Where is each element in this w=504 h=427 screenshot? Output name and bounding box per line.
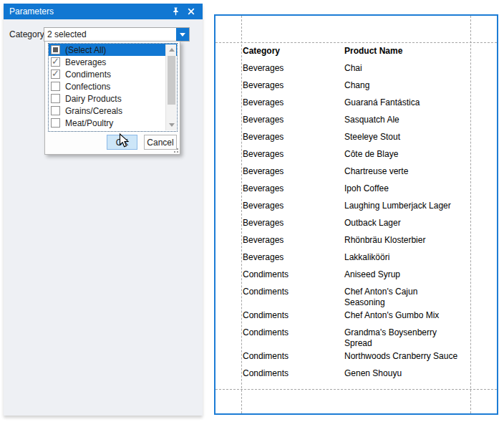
combobox-value: 2 selected: [44, 28, 176, 41]
category-cell: Beverages: [243, 235, 344, 246]
dropdown-button-row: OK Cancel: [45, 130, 180, 154]
close-icon[interactable]: [185, 6, 197, 17]
category-cell: Beverages: [243, 201, 344, 211]
checkbox-icon[interactable]: [51, 82, 60, 91]
category-cell: Beverages: [243, 80, 344, 91]
category-cell: Beverages: [243, 166, 344, 177]
product-cell: Chef Anton's Gumbo Mix: [344, 310, 473, 321]
scroll-down-icon[interactable]: [166, 120, 177, 130]
category-cell: Condiments: [243, 287, 344, 297]
product-cell: Grandma's Boysenberry Spread: [344, 327, 473, 349]
category-cell: Beverages: [243, 132, 344, 143]
report-table: Category Product Name Beverages Chai Bev…: [243, 44, 473, 383]
column-header-product: Product Name: [344, 46, 473, 57]
category-cell: Beverages: [243, 97, 344, 108]
list-item-label: Grains/Cereals: [65, 106, 122, 116]
list-item[interactable]: Beverages: [49, 56, 177, 68]
table-row: Condiments Northwoods Cranberry Sauce: [243, 349, 473, 366]
list-item[interactable]: (Select All): [49, 44, 177, 56]
list-item[interactable]: Grains/Cereals: [49, 105, 177, 117]
category-cell: Condiments: [243, 327, 344, 338]
list-item[interactable]: Condiments: [49, 68, 177, 80]
table-row: Condiments Chef Anton's Gumbo Mix: [243, 308, 473, 325]
product-cell: Laughing Lumberjack Lager: [344, 201, 473, 211]
category-cell: Beverages: [243, 218, 344, 229]
panel-titlebar: Parameters: [4, 4, 203, 19]
table-row: Beverages Laughing Lumberjack Lager: [243, 198, 473, 216]
combobox-dropdown-button[interactable]: [176, 28, 189, 41]
table-row: Condiments Grandma's Boysenberry Spread: [243, 325, 473, 349]
column-header-category: Category: [243, 46, 344, 57]
table-row: Beverages Rhönbräu Klosterbier: [243, 233, 473, 250]
report-page: Category Product Name Beverages Chai Bev…: [214, 14, 498, 415]
product-cell: Outback Lager: [344, 218, 473, 229]
table-row: Beverages Lakkalikööri: [243, 250, 473, 267]
list-item-label: Meat/Poultry: [65, 118, 113, 128]
list-item-label: Condiments: [65, 69, 111, 80]
category-combobox[interactable]: 2 selected: [44, 27, 190, 42]
list-item[interactable]: Dairy Products: [49, 92, 177, 105]
product-cell: Chang: [344, 80, 473, 91]
category-dropdown-popup: (Select All) Beverages Condiments Confec…: [44, 41, 180, 155]
category-cell: Condiments: [243, 351, 344, 362]
checkbox-icon[interactable]: [51, 45, 60, 54]
product-cell: Steeleye Stout: [344, 132, 473, 143]
table-row: Beverages Chai: [243, 61, 473, 78]
category-cell: Condiments: [243, 368, 344, 379]
parameter-row: Category 2 selected: [9, 27, 203, 42]
margin-line-bottom: [215, 389, 497, 390]
panel-title: Parameters: [9, 6, 165, 16]
category-cell: Beverages: [243, 252, 344, 263]
product-cell: Chef Anton's Cajun Seasoning: [344, 287, 473, 308]
table-row: Condiments Chef Anton's Cajun Seasoning: [243, 284, 473, 308]
pin-icon[interactable]: [170, 6, 181, 17]
product-cell: Lakkalikööri: [344, 252, 473, 263]
checkbox-icon[interactable]: [51, 69, 60, 79]
category-cell: Condiments: [243, 269, 344, 280]
category-cell: Beverages: [243, 115, 344, 125]
scrollbar-thumb[interactable]: [168, 56, 175, 105]
list-item-label: Beverages: [65, 57, 106, 67]
product-cell: Rhönbräu Klosterbier: [344, 235, 473, 246]
margin-line-top: [215, 42, 497, 43]
checkbox-icon[interactable]: [51, 94, 60, 103]
product-cell: Sasquatch Ale: [344, 115, 473, 125]
table-row: Beverages Outback Lager: [243, 216, 473, 233]
category-cell: Beverages: [243, 149, 344, 160]
list-item-label: (Select All): [65, 45, 106, 55]
margin-line-left: [241, 16, 242, 413]
table-row: Beverages Ipoh Coffee: [243, 181, 473, 198]
table-row: Beverages Chang: [243, 78, 473, 95]
scrollbar[interactable]: [165, 44, 176, 130]
table-row: Condiments Genen Shouyu: [243, 366, 473, 383]
table-row: Beverages Sasquatch Ale: [243, 112, 473, 130]
category-cell: Beverages: [243, 63, 344, 74]
category-checklist: (Select All) Beverages Condiments Confec…: [48, 43, 178, 132]
table-row: Beverages Côte de Blaye: [243, 147, 473, 164]
checkbox-icon[interactable]: [51, 106, 60, 115]
category-cell: Beverages: [243, 183, 344, 194]
table-row: Beverages Chartreuse verte: [243, 164, 473, 181]
checkbox-icon[interactable]: [51, 57, 60, 67]
table-header-row: Category Product Name: [243, 44, 473, 61]
table-row: Beverages Guaraná Fantástica: [243, 95, 473, 112]
product-cell: Aniseed Syrup: [344, 269, 473, 280]
product-cell: Genen Shouyu: [344, 368, 473, 379]
list-item-label: Dairy Products: [65, 94, 122, 104]
ok-button[interactable]: OK: [107, 135, 137, 150]
table-row: Condiments Aniseed Syrup: [243, 267, 473, 284]
list-item[interactable]: Confections: [49, 80, 177, 92]
chevron-down-icon: [180, 33, 185, 37]
table-body: Beverages Chai Beverages Chang Beverages…: [243, 61, 473, 383]
product-cell: Chartreuse verte: [344, 166, 473, 177]
product-cell: Côte de Blaye: [344, 149, 473, 160]
list-item[interactable]: Meat/Poultry: [49, 117, 177, 129]
product-cell: Ipoh Coffee: [344, 183, 473, 194]
checkbox-icon[interactable]: [51, 118, 60, 128]
list-item-label: Confections: [65, 82, 110, 92]
category-cell: Condiments: [243, 310, 344, 321]
scroll-up-icon[interactable]: [166, 44, 177, 55]
product-cell: Northwoods Cranberry Sauce: [344, 351, 473, 362]
product-cell: Guaraná Fantástica: [344, 97, 473, 108]
resize-grip[interactable]: [172, 146, 178, 153]
